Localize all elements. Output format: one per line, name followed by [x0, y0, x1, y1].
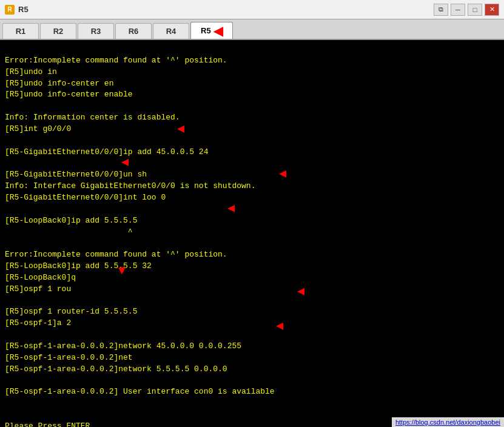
line-15: [R5-LoopBack0]q: [5, 273, 76, 282]
line-5: Info: Information center is disabled.: [5, 113, 180, 122]
line-12: ^: [5, 227, 133, 237]
line-19: [R5-ospf-1-area-0.0.0.2]network 45.0.0.0…: [5, 341, 241, 351]
maximize-button[interactable]: □: [468, 4, 482, 16]
restore-button[interactable]: ⧉: [434, 4, 448, 16]
tab-arrow: ◀: [213, 25, 223, 37]
line-8: [R5-GigabitEthernet0/0/0]un sh: [5, 170, 147, 179]
close-button[interactable]: ✕: [485, 4, 499, 16]
tab-R2[interactable]: R2: [40, 23, 76, 39]
minimize-button[interactable]: ─: [451, 4, 465, 16]
watermark: https://blog.csdn.net/daxiongbaobei: [392, 417, 504, 427]
line-21: [R5-ospf-1-area-0.0.0.2]network 5.5.5.5 …: [5, 365, 227, 374]
tab-R3[interactable]: R3: [78, 23, 114, 39]
tab-R1[interactable]: R1: [2, 23, 39, 39]
line-14: [R5-LoopBack0]ip add 5.5.5.5 32: [5, 261, 152, 271]
title-bar-left: R R5: [5, 5, 29, 15]
terminal-wrapper: Error:Incomplete command found at '^' po…: [0, 40, 504, 427]
line-10: [R5-GigabitEthernet0/0/0]int loo 0: [5, 193, 166, 202]
line-16: [R5]ospf 1 rou: [5, 284, 71, 294]
line-2: [R5]undo in: [5, 67, 57, 76]
window-controls: ⧉ ─ □ ✕: [434, 4, 499, 16]
app-icon: R: [5, 5, 15, 15]
title-bar: R R5 ⧉ ─ □ ✕: [0, 0, 504, 19]
arrow-1: ◀: [177, 120, 184, 138]
arrow-2: ◀: [121, 153, 129, 171]
arrow-4: ◀: [227, 200, 235, 217]
line-1: Error:Incomplete command found at '^' po…: [5, 56, 227, 65]
arrow-7: ◀: [276, 317, 283, 335]
terminal-output[interactable]: Error:Incomplete command found at '^' po…: [0, 40, 504, 427]
line-22: [R5-ospf-1-area-0.0.0.2] User interface …: [5, 387, 275, 396]
tab-R6[interactable]: R6: [115, 23, 152, 39]
line-3: [R5]undo info-center en: [5, 79, 113, 88]
arrow-5: ▼: [118, 262, 126, 280]
line-13: Error:Incomplete command found at '^' po…: [5, 250, 227, 259]
line-20: [R5-ospf-1-area-0.0.0.2]net: [5, 353, 133, 362]
line-11: [R5-LoopBack0]ip add 5.5.5.5: [5, 216, 137, 225]
arrow-3: ◀: [279, 165, 286, 183]
window-title: R5: [18, 5, 29, 14]
line-4: [R5]undo info-center enable: [5, 90, 133, 99]
tab-R4[interactable]: R4: [153, 23, 189, 39]
tab-R5[interactable]: R5 ◀: [190, 22, 233, 39]
line-18: [R5-ospf-1]a 2: [5, 318, 71, 328]
line-9: Info: Interface GigabitEthernet0/0/0 is …: [5, 181, 255, 190]
line-23: Please Press ENTER.: [5, 422, 95, 427]
line-17: [R5]ospf 1 router-id 5.5.5.5: [5, 307, 137, 316]
tab-bar: R1 R2 R3 R6 R4 R5 ◀: [0, 19, 504, 40]
arrow-6: ◀: [297, 283, 304, 300]
line-7: [R5-GigabitEthernet0/0/0]ip add 45.0.0.5…: [5, 147, 208, 156]
line-6: [R5]int g0/0/0: [5, 124, 71, 133]
